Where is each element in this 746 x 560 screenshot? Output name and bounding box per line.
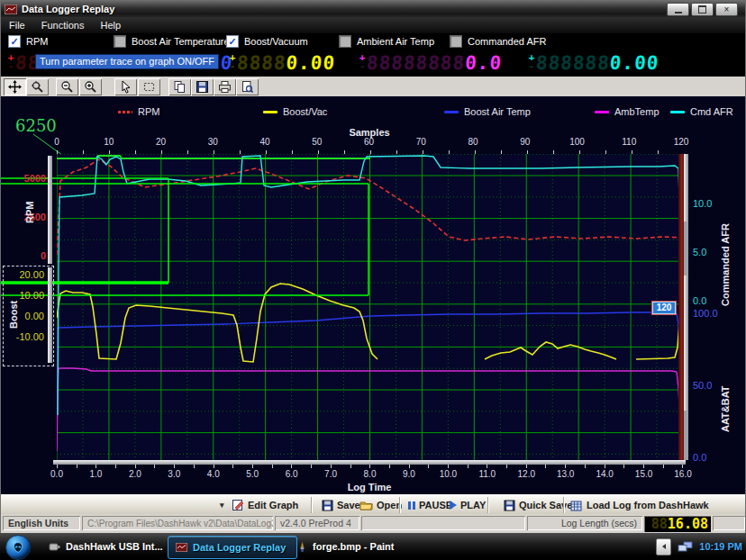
aat-tick-100: 100.0 — [693, 308, 718, 319]
taskbar-item-paint[interactable]: forge.bmp - Paint — [290, 536, 411, 557]
tick-label: 90 — [514, 137, 537, 147]
graph-panel: Samples 0102030405060708090100110120 — [1, 125, 745, 494]
tick-label: 10 — [97, 137, 121, 147]
play-button[interactable]: PLAY — [450, 497, 486, 513]
tick-label: 6.0 — [280, 469, 304, 479]
data-logger-icon — [176, 543, 187, 552]
taskbar-item-dashhawk-usb[interactable]: DashHawk USB Int... — [41, 536, 173, 557]
menu-functions[interactable]: Functions — [33, 18, 93, 32]
cmd-afr-swatch — [670, 111, 685, 113]
replay-cursor-bar[interactable] — [678, 154, 684, 460]
pause-button[interactable]: PAUSE — [408, 497, 452, 513]
system-tray: 10:19 PM — [656, 533, 742, 560]
tick-label: 60 — [358, 137, 381, 147]
minimize-button[interactable] — [667, 3, 689, 16]
save-graph-button[interactable] — [191, 78, 214, 95]
paint-brush-icon — [297, 541, 307, 553]
menu-help[interactable]: Help — [92, 18, 129, 32]
tray-expand-button[interactable] — [656, 538, 671, 555]
param-toggle-ambient-air-temp[interactable]: Ambient Air Temp — [339, 35, 434, 48]
tick-label: 12.0 — [514, 469, 538, 479]
param-toggle-rpm[interactable]: RPM — [8, 35, 48, 48]
bottom-axis-tickmarks — [57, 465, 684, 468]
legend-boost-air-temp: Boost Air Temp — [444, 106, 531, 117]
plot-area[interactable] — [57, 154, 683, 460]
boost-vacuum-checkbox-label: Boost/Vacuum — [244, 36, 308, 47]
tick-label: 11.0 — [476, 469, 499, 479]
menu-file[interactable]: File — [1, 18, 33, 32]
copy-button[interactable] — [168, 78, 191, 95]
tick-label: 50 — [305, 137, 329, 147]
legend-amb-temp: AmbTemp — [595, 106, 660, 117]
cursor-button[interactable] — [114, 78, 137, 95]
screen: Data Logger Replay × File Functions Help… — [0, 0, 746, 560]
tick-label: 0 — [45, 137, 68, 147]
taskbar-clock[interactable]: 10:19 PM — [699, 541, 742, 552]
play-icon — [450, 501, 457, 510]
log-file-path: C:\Program Files\DashHawk v2\Data\DataLo… — [82, 516, 273, 530]
print-button[interactable] — [214, 78, 236, 95]
units-status: English Units — [3, 516, 80, 530]
close-button[interactable]: × — [715, 3, 738, 16]
preview-icon — [241, 80, 254, 94]
app-window: Data Logger Replay × File Functions Help… — [0, 0, 746, 533]
pan-icon — [8, 80, 22, 94]
cmd-afr-lcd: 8888880.00 — [535, 50, 660, 77]
boost-axis-line — [48, 267, 52, 363]
param-toggle-boost-vacuum[interactable]: Boost/Vacuum — [226, 35, 308, 48]
afr-tick-5: 5.0 — [693, 247, 706, 257]
zoom-in-icon — [84, 80, 97, 94]
legend-boost-vac: Boost/Vac — [263, 106, 327, 117]
ambient-air-temp-checkbox[interactable] — [339, 35, 351, 48]
rpm-checkbox[interactable] — [8, 35, 21, 48]
load-log-button[interactable]: Load Log from DashHawk — [570, 497, 709, 513]
separator — [399, 497, 400, 513]
commanded-afr-checkbox[interactable] — [450, 35, 462, 48]
tick-label: 3.0 — [162, 469, 186, 479]
zoom-out-button[interactable] — [56, 78, 78, 95]
print-preview-button[interactable] — [236, 78, 259, 95]
quick-save-button[interactable]: Quick Save — [504, 497, 572, 513]
rpm-tick-0: 0 — [10, 250, 46, 261]
tick-label: 0.0 — [45, 469, 68, 479]
commanded-afr-checkbox-label: Commanded AFR — [468, 36, 546, 47]
open-button[interactable]: Open — [359, 497, 402, 513]
version-status: v2.4.0 PreProd 4 — [275, 516, 359, 530]
restore-button[interactable] — [691, 3, 714, 16]
tick-label: 15.0 — [632, 469, 656, 479]
right-scrollmark-lower — [684, 411, 688, 460]
pan-button[interactable] — [4, 78, 26, 95]
boost-air-temp-checkbox[interactable] — [114, 35, 126, 48]
parameter-toggle-row: RPM Boost Air Temperature Boost/Vacuum A… — [1, 33, 745, 50]
param-toggle-boost-air-temp[interactable]: Boost Air Temperature — [114, 35, 230, 48]
boost-air-temp-swatch — [444, 111, 459, 113]
tick-label: 30 — [201, 137, 224, 147]
menu-bar: File Functions Help — [1, 17, 745, 33]
amb-temp-swatch — [595, 111, 609, 113]
load-log-icon — [570, 500, 583, 511]
tick-label: 5.0 — [241, 469, 264, 479]
save-icon — [322, 500, 333, 511]
tick-label: 70 — [409, 137, 432, 147]
tick-label: 1.0 — [84, 469, 107, 479]
track-button[interactable] — [26, 78, 49, 95]
title-bar[interactable]: Data Logger Replay × — [1, 1, 745, 17]
param-toggle-commanded-afr[interactable]: Commanded AFR — [450, 35, 546, 48]
taskbar-item-data-logger-replay[interactable]: Data Logger Replay — [168, 536, 297, 559]
tick-label: 110 — [617, 137, 641, 147]
save-button[interactable]: Save — [322, 497, 360, 513]
boost-vacuum-checkbox[interactable] — [226, 35, 239, 48]
status-empty-panel — [361, 516, 525, 530]
network-icon[interactable] — [678, 541, 693, 553]
taskbar: DashHawk USB Int... Data Logger Replay f… — [0, 533, 746, 560]
legend-rpm: RPM — [118, 106, 159, 117]
start-button[interactable] — [5, 535, 31, 560]
edit-graph-button[interactable]: Edit Graph — [232, 497, 298, 513]
tick-label: 13.0 — [554, 469, 578, 479]
zoom-in-button[interactable] — [79, 78, 102, 95]
floppy-icon — [196, 80, 209, 94]
select-region-button[interactable] — [138, 78, 160, 95]
edit-graph-dropdown[interactable]: ▾ — [220, 497, 224, 513]
afr-tick-0: 0.0 — [693, 295, 706, 306]
restore-icon — [698, 5, 706, 14]
